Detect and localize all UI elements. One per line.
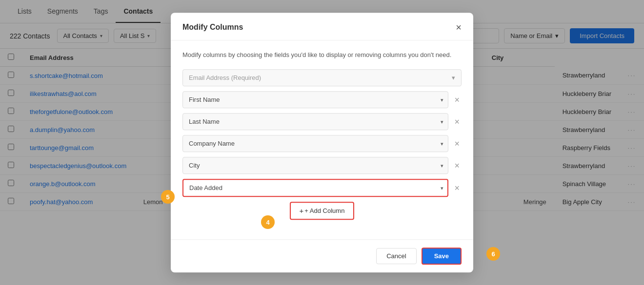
column-row-first-name: First Name First Name Last Name Company … — [182, 91, 462, 108]
remove-column-button-date-added[interactable]: × — [452, 184, 462, 192]
email-required-field: Email Address (Required) ▾ — [182, 69, 462, 86]
column-row-city: City First Name Last Name Company Name C… — [182, 157, 462, 174]
modal-header: Modify Columns × — [171, 13, 473, 40]
column-select-wrap-company-name: Company Name First Name Last Name Compan… — [182, 135, 448, 152]
column-select-first-name[interactable]: First Name First Name Last Name Company … — [182, 91, 448, 108]
modal-close-button[interactable]: × — [456, 22, 462, 32]
plus-icon: + — [300, 207, 304, 215]
column-select-date-added[interactable]: Date Added First Name Last Name Company … — [182, 179, 448, 197]
required-field-row: Email Address (Required) ▾ — [182, 69, 462, 86]
modal-footer: Cancel Save — [171, 239, 473, 272]
column-row-date-added: Date Added First Name Last Name Company … — [182, 179, 462, 197]
column-rows-container: First Name First Name Last Name Company … — [182, 91, 462, 197]
column-select-wrap-first-name: First Name First Name Last Name Company … — [182, 91, 448, 108]
column-row-last-name: Last Name First Name Last Name Company N… — [182, 113, 462, 130]
chevron-down-icon: ▾ — [452, 74, 455, 81]
column-select-city[interactable]: City First Name Last Name Company Name C… — [182, 157, 448, 174]
modal-body: Modify columns by choosing the fields yo… — [171, 40, 473, 240]
save-button[interactable]: Save — [422, 247, 462, 265]
badge-5: 5 — [161, 190, 175, 204]
column-select-last-name[interactable]: Last Name First Name Last Name Company N… — [182, 113, 448, 130]
modal-description: Modify columns by choosing the fields yo… — [182, 50, 462, 60]
modal-title: Modify Columns — [182, 23, 243, 32]
remove-column-button-last-name[interactable]: × — [452, 117, 462, 126]
add-column-wrap: + + Add Column — [182, 202, 462, 220]
column-select-wrap-city: City First Name Last Name Company Name C… — [182, 157, 448, 174]
badge-6: 6 — [486, 247, 500, 261]
remove-column-button-company-name[interactable]: × — [452, 139, 462, 148]
column-select-company-name[interactable]: Company Name First Name Last Name Compan… — [182, 135, 448, 152]
column-select-wrap-last-name: Last Name First Name Last Name Company N… — [182, 113, 448, 130]
remove-column-button-city[interactable]: × — [452, 161, 462, 170]
remove-column-button-first-name[interactable]: × — [452, 95, 462, 104]
add-column-label: + Add Column — [304, 207, 344, 214]
badge-4: 4 — [261, 215, 275, 229]
add-column-button[interactable]: + + Add Column — [290, 202, 355, 220]
modify-columns-modal: Modify Columns × Modify columns by choos… — [171, 13, 473, 273]
cancel-button[interactable]: Cancel — [376, 248, 416, 264]
column-row-company-name: Company Name First Name Last Name Compan… — [182, 135, 462, 152]
column-select-wrap-date-added: Date Added First Name Last Name Company … — [182, 179, 448, 197]
